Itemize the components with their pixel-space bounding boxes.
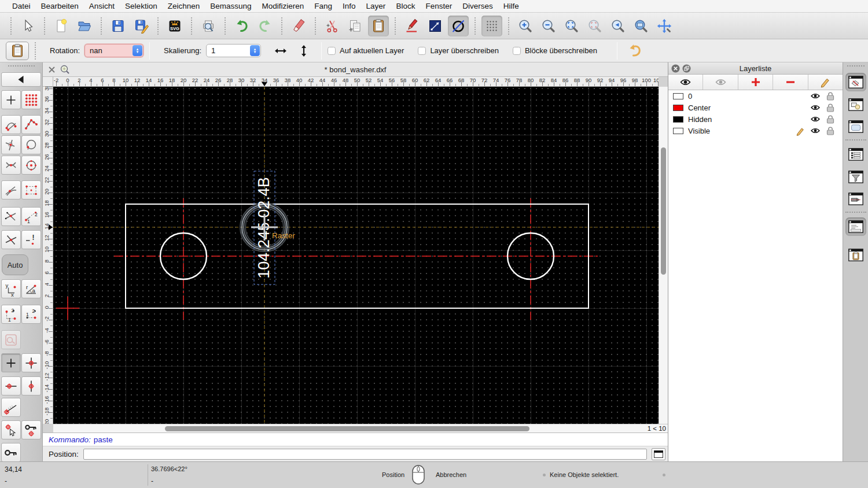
back-button[interactable] xyxy=(1,72,41,87)
restrict-vertical-button[interactable] xyxy=(21,376,41,395)
delete-eraser-button[interactable] xyxy=(288,16,309,36)
menu-item-bearbeiten[interactable]: Bearbeiten xyxy=(36,2,84,10)
redo-button[interactable] xyxy=(255,16,275,36)
hide-all-layers-button[interactable] xyxy=(703,75,738,90)
snap-center-button[interactable] xyxy=(21,156,41,175)
centerlines[interactable] xyxy=(114,198,600,320)
layer-lock-icon[interactable] xyxy=(825,103,836,112)
zoom-in-button[interactable] xyxy=(515,16,536,36)
lock-relative-zero-button[interactable] xyxy=(21,420,41,439)
zoom-out-button[interactable] xyxy=(538,16,559,36)
relative-cartesian-button[interactable]: 12 xyxy=(1,305,21,324)
paste-tool-button[interactable] xyxy=(6,42,29,60)
menu-item-zeichnen[interactable]: Zeichnen xyxy=(163,2,205,10)
palette-drag-handle[interactable] xyxy=(8,65,35,66)
flip-vertical-button[interactable] xyxy=(292,42,315,60)
panel-undock-icon[interactable] xyxy=(682,64,691,75)
layer-lock-icon[interactable] xyxy=(825,91,836,101)
menu-item-fang[interactable]: Fang xyxy=(309,2,337,10)
snap-exclude-button[interactable]: ! xyxy=(21,230,41,249)
menu-item-block[interactable]: Block xyxy=(391,2,420,10)
cursor-arrow-button[interactable] xyxy=(17,16,38,36)
coordinate-polar-button[interactable]: ra xyxy=(21,279,41,298)
block-list-panel-toggle-button[interactable] xyxy=(845,95,866,114)
snap-grid-button[interactable] xyxy=(21,90,41,109)
snap-points-on-entity-button[interactable] xyxy=(21,115,41,134)
svg-export-button[interactable]: SVG xyxy=(164,16,185,36)
stepper-icon[interactable]: ▲▼ xyxy=(133,45,142,56)
checkbox-icon[interactable] xyxy=(328,47,336,55)
draw-pencil-button[interactable] xyxy=(402,16,422,36)
remove-layer-button[interactable] xyxy=(773,75,808,90)
copy-button[interactable] xyxy=(345,16,366,36)
stepper-icon[interactable]: ▲▼ xyxy=(250,45,260,56)
set-relative-zero-button[interactable] xyxy=(1,420,21,439)
layer-row-center[interactable]: Center xyxy=(668,102,843,113)
scrollbar-thumb[interactable] xyxy=(165,426,529,431)
menu-item-modifizieren[interactable]: Modifizieren xyxy=(257,2,310,10)
restrict-orthogonal-button[interactable] xyxy=(21,353,41,372)
snap-reference-points-button[interactable] xyxy=(21,180,41,199)
layer-row-0[interactable]: 0 xyxy=(668,90,843,102)
coordinate-cartesian-button[interactable]: yx xyxy=(1,279,21,298)
layer-visibility-eye-icon[interactable] xyxy=(810,127,821,135)
zoom-auto-button[interactable] xyxy=(561,16,582,36)
flip-horizontal-button[interactable] xyxy=(269,42,292,60)
panel-close-icon[interactable] xyxy=(671,64,680,75)
snap-middle-manual-button[interactable]: 12 xyxy=(21,207,41,226)
relative-polar-button[interactable]: 12 xyxy=(21,305,41,324)
grid-toggle-button[interactable] xyxy=(481,16,502,36)
position-input[interactable] xyxy=(83,449,647,460)
zoom-previous-button[interactable] xyxy=(608,16,628,36)
command-line[interactable]: Kommando: paste xyxy=(43,432,668,446)
menu-item-bemassung[interactable]: Bemassung xyxy=(205,2,256,10)
strip-drag-handle[interactable] xyxy=(847,65,865,66)
menu-item-hilfe[interactable]: Hilfe xyxy=(498,2,524,10)
snap-intersection-manual-button[interactable] xyxy=(1,207,21,226)
menu-item-selektion[interactable]: Selektion xyxy=(120,2,163,10)
line-tool-button[interactable] xyxy=(425,16,446,36)
snap-on-entity-button[interactable] xyxy=(21,135,41,154)
layer-visibility-eye-icon[interactable] xyxy=(810,115,821,123)
restrict-horizontal-button[interactable] xyxy=(1,376,21,395)
undo-button[interactable] xyxy=(231,16,252,36)
layer-lock-icon[interactable] xyxy=(825,114,836,124)
layer-visibility-eye-icon[interactable] xyxy=(810,103,821,112)
vertical-scrollbar[interactable] xyxy=(659,87,668,424)
menu-item-ansicht[interactable]: Ansicht xyxy=(84,2,120,10)
layer-lock-icon[interactable] xyxy=(825,126,836,135)
drawing-canvas[interactable]: 104.245.02.4B Raster xyxy=(53,87,659,424)
checkbox-blöcke-überschreiben[interactable]: Blöcke überschreiben xyxy=(513,46,597,55)
save-file-as-button[interactable] xyxy=(131,16,152,36)
snap-endpoints-button[interactable] xyxy=(1,115,21,134)
menu-item-diverses[interactable]: Diverses xyxy=(457,2,498,10)
scrollbar-thumb[interactable] xyxy=(661,147,666,275)
command-line-panel-toggle-button[interactable] xyxy=(845,217,866,236)
rotation-combo[interactable]: nan ▲▼ xyxy=(84,44,144,57)
scale-combo[interactable]: 1 ▲▼ xyxy=(206,44,261,57)
menu-item-info[interactable]: Info xyxy=(337,2,361,10)
horizontal-scrollbar[interactable] xyxy=(53,424,642,432)
new-file-button[interactable] xyxy=(51,16,72,36)
checkbox-layer-überschreiben[interactable]: Layer überschreiben xyxy=(418,46,499,55)
open-file-button[interactable] xyxy=(74,16,95,36)
menu-item-fenster[interactable]: Fenster xyxy=(420,2,457,10)
layer-row-hidden[interactable]: Hidden xyxy=(668,113,843,125)
snap-distance-button[interactable] xyxy=(1,156,21,175)
zoom-window-button[interactable] xyxy=(631,16,652,36)
snap-tangent-button[interactable] xyxy=(1,180,21,199)
restrict-angle-button[interactable] xyxy=(1,398,21,417)
layer-list-panel-toggle-button[interactable] xyxy=(845,73,866,91)
circle-tool-button[interactable] xyxy=(448,16,469,36)
menu-item-datei[interactable]: Datei xyxy=(7,2,36,10)
zoom-pan-button[interactable] xyxy=(654,16,675,36)
edit-layer-button[interactable] xyxy=(808,75,843,90)
snap-perpendicular-button[interactable] xyxy=(1,135,21,154)
clipboard-panel-toggle-button[interactable] xyxy=(845,246,866,264)
layer-visibility-eye-icon[interactable] xyxy=(810,92,821,100)
print-preview-button[interactable] xyxy=(198,16,219,36)
lock-zero-button[interactable] xyxy=(1,443,21,462)
show-all-layers-button[interactable] xyxy=(668,75,703,90)
snap-free-button[interactable] xyxy=(1,90,21,109)
checkbox-auf-aktuellen-layer[interactable]: Auf aktuellen Layer xyxy=(328,46,404,55)
